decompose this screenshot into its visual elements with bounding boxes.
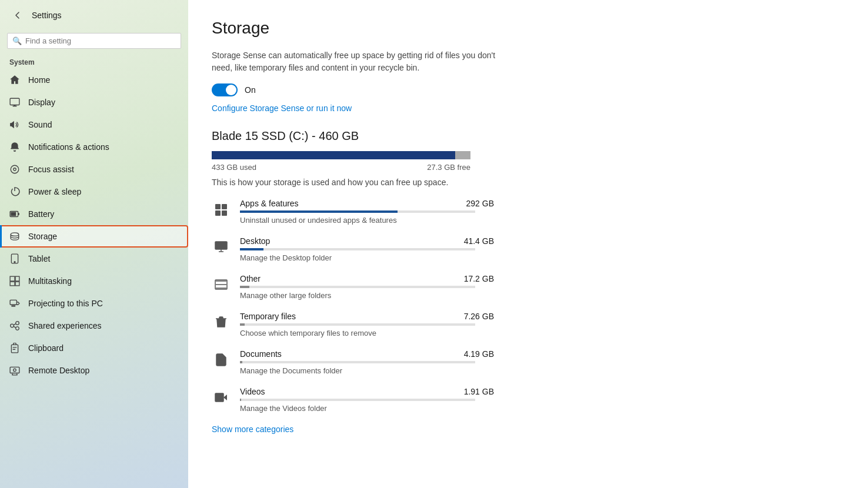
sidebar-item-power[interactable]: Power & sleep (0, 181, 188, 203)
storage-sense-toggle-row: On (212, 83, 840, 96)
svg-rect-30 (215, 393, 223, 402)
videos-info: Videos 1.91 GB Manage the Videos folder (240, 387, 494, 413)
svg-rect-24 (215, 210, 221, 216)
svg-rect-6 (11, 212, 16, 216)
svg-point-7 (11, 233, 19, 236)
desktop-bar-fill (240, 248, 263, 250)
documents-icon (212, 350, 231, 369)
svg-rect-2 (14, 105, 15, 106)
power-icon (9, 186, 20, 197)
category-temp: Temporary files 7.26 GB Choose which tem… (212, 312, 494, 337)
sidebar-item-focus[interactable]: Focus assist (0, 158, 188, 181)
svg-rect-0 (10, 98, 19, 105)
sidebar-label-projecting: Projecting to this PC (28, 299, 103, 308)
category-other: Other 17.2 GB Manage other large folders (212, 274, 494, 300)
videos-name: Videos (240, 387, 265, 396)
sidebar-item-display[interactable]: Display (0, 91, 188, 113)
videos-bar-fill (240, 399, 241, 401)
desktop-icon (212, 238, 231, 256)
sidebar-item-notifications[interactable]: Notifications & actions (0, 136, 188, 158)
desktop-name: Desktop (240, 236, 270, 246)
svg-rect-26 (215, 242, 227, 249)
desktop-header: Desktop 41.4 GB (240, 236, 494, 246)
sidebar-label-multitasking: Multitasking (28, 276, 72, 286)
storage-sense-toggle[interactable] (212, 83, 238, 96)
videos-link[interactable]: Manage the Videos folder (240, 404, 327, 413)
back-button[interactable] (9, 7, 26, 24)
temp-bar-fill (240, 323, 245, 326)
svg-rect-25 (222, 210, 227, 216)
other-name: Other (240, 274, 261, 283)
sidebar-item-sound[interactable]: Sound (0, 113, 188, 136)
sidebar-item-battery[interactable]: Battery (0, 203, 188, 225)
svg-rect-15 (11, 305, 15, 306)
apps-info: Apps & features 292 GB Uninstall unused … (240, 199, 494, 225)
settings-title: Settings (32, 11, 62, 20)
sidebar-item-home[interactable]: Home (0, 69, 188, 91)
videos-size: 1.91 GB (464, 387, 494, 396)
other-bar (240, 286, 475, 288)
apps-name: Apps & features (240, 199, 299, 208)
configure-link[interactable]: Configure Storage Sense or run it now (212, 103, 352, 113)
svg-point-21 (14, 369, 16, 372)
documents-link[interactable]: Manage the Documents folder (240, 366, 342, 375)
sidebar-label-tablet: Tablet (28, 254, 50, 263)
sidebar-header[interactable]: Settings (0, 0, 188, 31)
videos-icon (212, 388, 231, 407)
search-box[interactable]: 🔍 (7, 33, 181, 49)
category-documents: Documents 4.19 GB Manage the Documents f… (212, 349, 494, 375)
desktop-info: Desktop 41.4 GB Manage the Desktop folde… (240, 236, 494, 262)
videos-header: Videos 1.91 GB (240, 387, 494, 396)
svg-point-17 (16, 322, 19, 325)
storage-bar (212, 151, 470, 159)
sidebar-label-display: Display (28, 98, 55, 107)
search-input[interactable] (25, 36, 176, 45)
sidebar-label-focus: Focus assist (28, 165, 74, 174)
storage-bar-free (455, 151, 470, 159)
sidebar: Settings 🔍 System Home Display Sound Not… (0, 0, 188, 488)
apps-bar-fill (240, 210, 398, 213)
sidebar-item-remote[interactable]: Remote Desktop (0, 359, 188, 382)
sidebar-item-shared[interactable]: Shared experiences (0, 315, 188, 337)
sidebar-item-multitasking[interactable]: Multitasking (0, 270, 188, 292)
desktop-link[interactable]: Manage the Desktop folder (240, 253, 332, 262)
temp-bar (240, 323, 475, 326)
sidebar-item-clipboard[interactable]: Clipboard (0, 337, 188, 359)
apps-icon (212, 200, 231, 219)
svg-rect-23 (222, 204, 227, 209)
toggle-label: On (245, 85, 256, 95)
svg-rect-13 (15, 282, 19, 286)
sidebar-label-clipboard: Clipboard (28, 343, 64, 353)
home-icon (9, 75, 20, 85)
clipboard-icon (9, 343, 20, 353)
documents-header: Documents 4.19 GB (240, 349, 494, 359)
svg-rect-22 (215, 204, 221, 209)
other-header: Other 17.2 GB (240, 274, 494, 283)
category-videos: Videos 1.91 GB Manage the Videos folder (212, 387, 494, 413)
documents-size: 4.19 GB (464, 349, 494, 359)
storage-description-text: Storage Sense can automatically free up … (212, 49, 506, 74)
sidebar-label-home: Home (28, 75, 50, 85)
display-icon (9, 97, 20, 108)
remote-icon (9, 365, 20, 376)
sidebar-item-storage[interactable]: Storage (0, 225, 188, 248)
apps-size: 292 GB (466, 199, 494, 208)
sidebar-item-projecting[interactable]: Projecting to this PC (0, 292, 188, 315)
shared-icon (9, 320, 20, 331)
temp-size: 7.26 GB (464, 312, 494, 321)
sidebar-label-shared: Shared experiences (28, 321, 102, 330)
temp-link[interactable]: Choose which temporary files to remove (240, 329, 376, 337)
svg-point-3 (11, 165, 19, 173)
temp-header: Temporary files 7.26 GB (240, 312, 494, 321)
sidebar-item-tablet[interactable]: Tablet (0, 248, 188, 270)
sidebar-label-battery: Battery (28, 209, 54, 219)
other-link[interactable]: Manage other large folders (240, 291, 331, 300)
storage-free-label: 27.3 GB free (427, 163, 470, 172)
sidebar-label-power: Power & sleep (28, 187, 81, 196)
documents-name: Documents (240, 349, 282, 359)
apps-link[interactable]: Uninstall unused or undesired apps & fea… (240, 216, 397, 225)
storage-usage-description: This is how your storage is used and how… (212, 178, 840, 187)
page-title: Storage (212, 19, 840, 38)
svg-point-18 (16, 327, 19, 330)
show-more-button[interactable]: Show more categories (212, 425, 840, 434)
